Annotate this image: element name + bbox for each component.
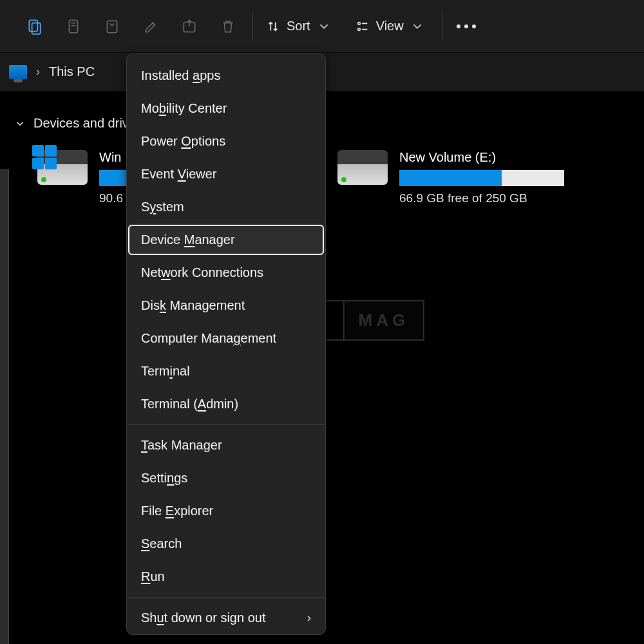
view-icon [355, 19, 370, 33]
context-menu-item[interactable]: Settings [127, 462, 325, 495]
context-menu-item[interactable]: Task Manager [127, 429, 325, 462]
context-menu-item-label: Mobility Center [141, 101, 227, 116]
drive-icon [337, 150, 388, 185]
svg-rect-1 [32, 23, 41, 33]
context-menu-item[interactable]: Disk Management [127, 289, 325, 322]
context-menu-item-label: Terminal [141, 364, 190, 379]
windows-logo-icon [32, 145, 57, 169]
svg-point-5 [357, 22, 360, 24]
context-menu-item-label: Disk Management [141, 298, 245, 313]
delete-button[interactable] [209, 11, 247, 42]
svg-point-6 [357, 28, 360, 30]
svg-rect-3 [107, 21, 117, 32]
context-menu-item-label: Run [141, 569, 165, 584]
share-button[interactable] [170, 11, 209, 42]
drive-icon [37, 150, 88, 185]
context-menu-item-label: Task Manager [141, 438, 222, 453]
context-menu-item[interactable]: Device Manager [127, 223, 325, 256]
context-menu-item[interactable]: Mobility Center [127, 92, 325, 125]
rename-button[interactable] [131, 11, 170, 42]
context-menu-item-label: Installed apps [141, 68, 220, 83]
chevron-down-icon [14, 118, 26, 129]
drive-item[interactable]: New Volume (E:) 66.9 GB free of 250 GB [337, 150, 608, 205]
context-menu-item[interactable]: Search [127, 527, 325, 560]
chevron-down-icon [410, 19, 424, 33]
context-menu-item-label: Event Viewer [141, 167, 216, 182]
context-menu-item-label: Network Connections [141, 265, 263, 280]
context-menu-item[interactable]: Power Options [127, 125, 325, 158]
chevron-right-icon: › [307, 611, 311, 625]
view-label: View [376, 19, 404, 33]
drive-title: New Volume (E:) [399, 150, 564, 165]
context-menu-item[interactable]: Computer Management [127, 322, 325, 355]
drive-free-text: 66.9 GB free of 250 GB [399, 191, 564, 205]
this-pc-icon [9, 65, 27, 79]
context-menu-divider [128, 597, 324, 598]
more-button[interactable] [448, 11, 484, 42]
svg-rect-2 [70, 20, 78, 33]
context-menu-item-label: Computer Management [141, 331, 276, 346]
toolbar-separator [442, 12, 443, 41]
context-menu-item-label: System [141, 200, 184, 214]
sort-label: Sort [287, 19, 310, 33]
context-menu-item[interactable]: Run [127, 560, 325, 593]
chevron-down-icon [317, 19, 331, 33]
navigation-pane-edge [0, 169, 9, 644]
context-menu-item[interactable]: Installed apps [127, 59, 325, 92]
breadcrumb-location[interactable]: This PC [49, 64, 95, 79]
winx-context-menu: Installed appsMobility CenterPower Optio… [126, 53, 326, 635]
ellipsis-icon [457, 24, 476, 28]
context-menu-divider [128, 424, 324, 425]
context-menu-item-label: Shut down or sign out [141, 611, 265, 625]
drive-usage-bar [399, 170, 564, 186]
context-menu-item[interactable]: Event Viewer [127, 158, 325, 191]
context-menu-item[interactable]: System [127, 191, 325, 223]
cut-button[interactable] [15, 11, 54, 42]
context-menu-item[interactable]: Terminal (Admin) [127, 388, 325, 421]
context-menu-item[interactable]: File Explorer [127, 495, 325, 527]
copy-button[interactable] [54, 11, 93, 42]
context-menu-item[interactable]: Terminal [127, 355, 325, 388]
context-menu-item-label: Device Manager [141, 232, 235, 247]
context-menu-item-label: File Explorer [141, 504, 213, 518]
sort-button[interactable]: Sort [258, 11, 339, 42]
context-menu-item-label: Search [141, 536, 182, 551]
context-menu-item-label: Power Options [141, 134, 225, 149]
context-menu-item-label: Terminal (Admin) [141, 397, 238, 412]
sort-icon [266, 19, 280, 33]
toolbar: Sort View [0, 0, 644, 53]
svg-rect-0 [29, 20, 37, 31]
context-menu-item[interactable]: Shut down or sign out› [127, 601, 325, 634]
toolbar-separator [252, 12, 253, 41]
context-menu-item-label: Settings [141, 471, 187, 486]
breadcrumb-separator-icon: › [36, 65, 40, 79]
paste-button[interactable] [93, 11, 131, 42]
context-menu-item[interactable]: Network Connections [127, 256, 325, 289]
view-button[interactable]: View [348, 11, 432, 42]
